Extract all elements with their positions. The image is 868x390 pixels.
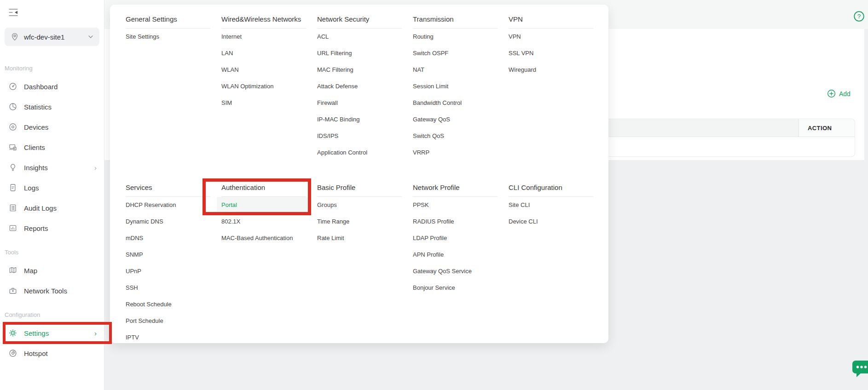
menu-item-mdns[interactable]: mDNS: [126, 230, 210, 247]
sidebar-section-label-monitoring: Monitoring: [0, 64, 104, 73]
sidebar-item-label: Settings: [24, 329, 49, 337]
menu-item-groups[interactable]: Groups: [317, 197, 402, 213]
menu-item-site-settings[interactable]: Site Settings: [126, 29, 210, 45]
menu-item-acl[interactable]: ACL: [317, 29, 402, 45]
menu-item-sim[interactable]: SIM: [221, 95, 306, 111]
add-icon: [827, 89, 836, 98]
menu-item-wlan[interactable]: WLAN: [221, 62, 306, 78]
menu-section-title: Transmission: [413, 15, 498, 29]
menu-item-site-cli[interactable]: Site CLI: [509, 197, 593, 213]
menu-item-ssl-vpn[interactable]: SSL VPN: [509, 45, 593, 62]
menu-item-device-cli[interactable]: Device CLI: [509, 213, 593, 230]
menu-section-title: CLI Configuration: [509, 183, 593, 197]
location-pin-icon: [10, 32, 19, 41]
menu-item-dhcp-reservation[interactable]: DHCP Reservation: [126, 197, 210, 213]
sidebar-item-insights[interactable]: Insights›: [0, 157, 104, 178]
menu-item-apn-profile[interactable]: APN Profile: [413, 247, 498, 263]
sidebar-item-reports[interactable]: Reports: [0, 218, 104, 238]
hotspot-icon: [8, 349, 17, 358]
menu-item-rate-limit[interactable]: Rate Limit: [317, 230, 402, 247]
sidebar-item-label: Statistics: [24, 103, 52, 111]
help-button[interactable]: ?: [853, 11, 865, 22]
menu-item-dynamic-dns[interactable]: Dynamic DNS: [126, 213, 210, 230]
menu-section-authentication: AuthenticationPortal802.1XMAC-Based Auth…: [221, 183, 306, 346]
menu-item-wireguard[interactable]: Wireguard: [509, 62, 593, 78]
menu-item-gateway-qos[interactable]: Gateway QoS: [413, 111, 498, 128]
menu-section-cli-configuration: CLI ConfigurationSite CLIDevice CLI: [509, 183, 593, 346]
settings-mega-menu: General SettingsSite SettingsWired&Wirel…: [110, 5, 608, 343]
sidebar-item-logs[interactable]: Logs: [0, 178, 104, 198]
sidebar-section-label-configuration: Configuration: [0, 311, 104, 319]
menu-item-switch-qos[interactable]: Switch QoS: [413, 128, 498, 144]
collapse-sidebar-button[interactable]: [7, 6, 19, 18]
menu-item-gateway-qos-service[interactable]: Gateway QoS Service: [413, 263, 498, 280]
menu-item-reboot-schedule[interactable]: Reboot Schedule: [126, 296, 210, 313]
menu-item-snmp[interactable]: SNMP: [126, 247, 210, 263]
site-selector[interactable]: wfc-dev-site1: [5, 28, 99, 46]
menu-section-title: Network Profile: [413, 183, 498, 197]
menu-item-lan[interactable]: LAN: [221, 45, 306, 62]
chat-launcher[interactable]: [851, 359, 868, 379]
menu-item-ldap-profile[interactable]: LDAP Profile: [413, 230, 498, 247]
site-selector-label: wfc-dev-site1: [24, 33, 64, 41]
sidebar-item-clients[interactable]: Clients: [0, 137, 104, 157]
sidebar-item-network-tools[interactable]: Network Tools: [0, 281, 104, 301]
sidebar-item-label: Dashboard: [24, 83, 58, 91]
menu-item-ids-ips[interactable]: IDS/IPS: [317, 128, 402, 144]
menu-section-title: Authentication: [221, 183, 306, 197]
chat-bubble-icon: [851, 359, 868, 379]
menu-item-attack-defense[interactable]: Attack Defense: [317, 78, 402, 95]
menu-item-mac-based-authentication[interactable]: MAC-Based Authentication: [221, 230, 306, 247]
menu-item-vrrp[interactable]: VRRP: [413, 144, 498, 161]
menu-item-internet[interactable]: Internet: [221, 29, 306, 45]
menu-item-upnp[interactable]: UPnP: [126, 263, 210, 280]
sidebar-item-settings[interactable]: Settings›: [0, 323, 104, 343]
collapse-sidebar-icon: [7, 6, 19, 18]
menu-item-application-control[interactable]: Application Control: [317, 144, 402, 161]
menu-section-title: Network Security: [317, 15, 402, 29]
menu-item-switch-ospf[interactable]: Switch OSPF: [413, 45, 498, 62]
menu-section-wired-wireless-networks: Wired&Wireless NetworksInternetLANWLANWL…: [221, 15, 306, 183]
menu-item-session-limit[interactable]: Session Limit: [413, 78, 498, 95]
sidebar-item-label: Clients: [24, 143, 45, 151]
sidebar-item-audit-logs[interactable]: Audit Logs: [0, 198, 104, 218]
sidebar-item-label: Logs: [24, 184, 39, 192]
menu-item-bandwidth-control[interactable]: Bandwidth Control: [413, 95, 498, 111]
reports-icon: [8, 224, 17, 233]
menu-section-vpn: VPNVPNSSL VPNWireguard: [509, 15, 593, 183]
sidebar-item-statistics[interactable]: Statistics: [0, 97, 104, 117]
sidebar-item-label: Reports: [24, 224, 48, 232]
menu-section-title: General Settings: [126, 15, 210, 29]
menu-item-radius-profile[interactable]: RADIUS Profile: [413, 213, 498, 230]
sidebar-item-devices[interactable]: Devices: [0, 117, 104, 137]
menu-item-vpn[interactable]: VPN: [509, 29, 593, 45]
menu-item-ip-mac-binding[interactable]: IP-MAC Binding: [317, 111, 402, 128]
sidebar-item-hotspot[interactable]: Hotspot: [0, 343, 104, 363]
menu-item-iptv[interactable]: IPTV: [126, 329, 210, 346]
sidebar-item-dashboard[interactable]: Dashboard: [0, 76, 104, 97]
menu-item-nat[interactable]: NAT: [413, 62, 498, 78]
add-button[interactable]: Add: [827, 89, 851, 98]
logs-icon: [8, 183, 17, 192]
menu-item-url-filtering[interactable]: URL Filtering: [317, 45, 402, 62]
sidebar-nav: MonitoringDashboardStatisticsDevicesClie…: [0, 64, 104, 363]
menu-item-port-schedule[interactable]: Port Schedule: [126, 313, 210, 329]
dashboard-icon: [8, 82, 17, 91]
sidebar-item-map[interactable]: Map: [0, 260, 104, 281]
menu-item-bonjour-service[interactable]: Bonjour Service: [413, 280, 498, 296]
menu-item-routing[interactable]: Routing: [413, 29, 498, 45]
menu-item-wlan-optimization[interactable]: WLAN Optimization: [221, 78, 306, 95]
sidebar-item-label: Audit Logs: [24, 204, 57, 212]
menu-section-services: ServicesDHCP ReservationDynamic DNSmDNSS…: [126, 183, 210, 346]
menu-item-ppsk[interactable]: PPSK: [413, 197, 498, 213]
menu-item-802-1x[interactable]: 802.1X: [221, 213, 306, 230]
statistics-icon: [8, 102, 17, 111]
menu-item-time-range[interactable]: Time Range: [317, 213, 402, 230]
menu-item-firewall[interactable]: Firewall: [317, 95, 402, 111]
insights-icon: [8, 163, 17, 172]
menu-item-mac-filtering[interactable]: MAC Filtering: [317, 62, 402, 78]
add-button-label: Add: [839, 90, 851, 98]
audit-logs-icon: [8, 203, 17, 212]
menu-item-portal[interactable]: Portal: [217, 197, 311, 213]
menu-item-ssh[interactable]: SSH: [126, 280, 210, 296]
